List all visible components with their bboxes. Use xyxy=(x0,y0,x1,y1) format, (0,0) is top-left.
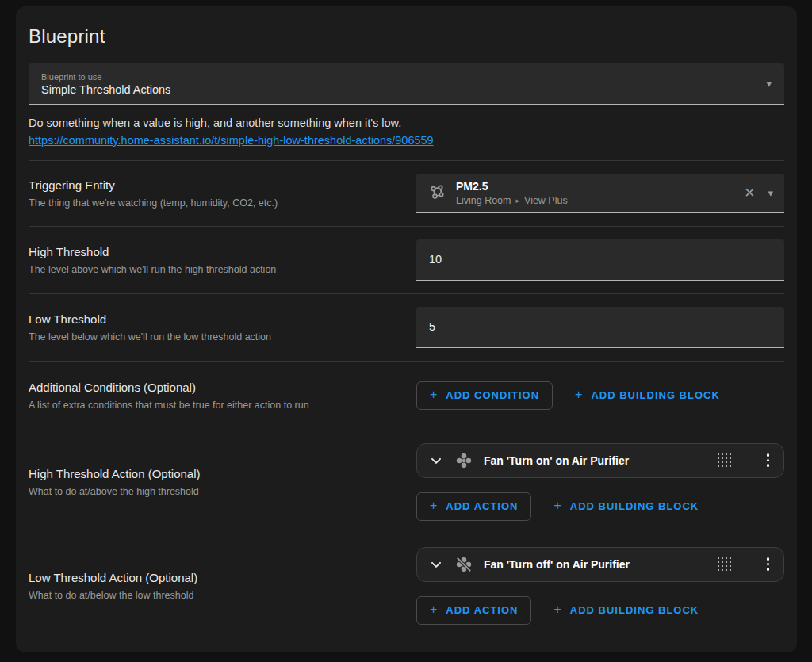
high-action-title: High Threshold Action (Optional) xyxy=(29,467,397,480)
blueprint-select-label: Blueprint to use xyxy=(41,72,766,82)
triggering-entity-title: Triggering Entity xyxy=(29,178,397,192)
drag-handle-icon[interactable] xyxy=(718,453,732,468)
low-action-label: Fan 'Turn off' on Air Purifier xyxy=(484,558,707,571)
high-action-subtitle: What to do at/above the high threshold xyxy=(29,486,397,497)
high-threshold-title: High Threshold xyxy=(29,245,397,258)
triggering-entity-subtitle: The thing that we're watching (temp, hum… xyxy=(29,197,397,209)
row-high-threshold: High Threshold The level above which we'… xyxy=(29,226,784,293)
entity-picker[interactable]: PM2.5 Living Room ▸ View Plus ✕ ▾ xyxy=(416,174,784,213)
plus-icon: + xyxy=(430,603,438,617)
low-threshold-subtitle: The level below which we'll run the low … xyxy=(29,331,397,342)
row-low-action: Low Threshold Action (Optional) What to … xyxy=(29,534,784,646)
description-text: Do something when a value is high, and a… xyxy=(29,115,784,132)
blueprint-description: Do something when a value is high, and a… xyxy=(29,115,784,150)
entity-device: View Plus xyxy=(524,195,568,206)
high-action-card[interactable]: Fan 'Turn on' on Air Purifier xyxy=(416,443,784,478)
entity-breadcrumb: Living Room ▸ View Plus xyxy=(456,195,731,206)
page-title: Blueprint xyxy=(29,6,784,48)
low-action-subtitle: What to do at/below the low threshold xyxy=(29,590,397,601)
chevron-down-icon[interactable]: ▾ xyxy=(766,78,772,89)
high-action-label: Fan 'Turn on' on Air Purifier xyxy=(484,454,707,467)
chevron-down-icon[interactable]: ▾ xyxy=(768,188,773,198)
blueprint-link[interactable]: https://community.home-assistant.io/t/si… xyxy=(29,134,434,147)
add-building-block-button[interactable]: + ADD BUILDING BLOCK xyxy=(541,596,711,625)
low-threshold-input[interactable] xyxy=(416,307,784,348)
add-action-button[interactable]: + ADD ACTION xyxy=(416,596,531,625)
blueprint-select-value: Simple Threshold Actions xyxy=(41,83,766,96)
high-threshold-subtitle: The level above which we'll run the high… xyxy=(29,264,397,275)
entity-name: PM2.5 xyxy=(456,180,731,193)
fan-off-icon xyxy=(455,556,473,573)
drag-handle-icon[interactable] xyxy=(718,557,732,572)
plus-icon: + xyxy=(553,499,561,513)
add-building-block-button[interactable]: + ADD BUILDING BLOCK xyxy=(541,492,711,521)
more-vert-icon[interactable] xyxy=(764,452,773,469)
add-condition-button[interactable]: + ADD CONDITION xyxy=(416,381,553,410)
high-threshold-input[interactable] xyxy=(416,239,784,281)
blueprint-card: Blueprint Blueprint to use Simple Thresh… xyxy=(16,6,797,652)
plus-icon: + xyxy=(430,499,438,513)
add-action-button[interactable]: + ADD ACTION xyxy=(416,492,531,521)
breadcrumb-separator-icon: ▸ xyxy=(515,197,519,205)
clear-icon[interactable]: ✕ xyxy=(741,186,758,200)
low-threshold-title: Low Threshold xyxy=(29,312,397,326)
low-action-card[interactable]: Fan 'Turn off' on Air Purifier xyxy=(416,547,784,582)
row-low-threshold: Low Threshold The level below which we'l… xyxy=(29,293,784,361)
row-additional-conditions: Additional Conditions (Optional) A list … xyxy=(29,361,784,430)
entity-area: Living Room xyxy=(456,195,511,206)
blueprint-select-texts: Blueprint to use Simple Threshold Action… xyxy=(41,72,766,96)
chevron-down-icon[interactable] xyxy=(428,453,444,469)
additional-conditions-title: Additional Conditions (Optional) xyxy=(29,381,397,394)
plus-icon: + xyxy=(430,388,438,402)
plus-icon: + xyxy=(553,603,561,617)
settings-rows: Triggering Entity The thing that we're w… xyxy=(29,160,784,646)
plus-icon: + xyxy=(575,388,583,402)
additional-conditions-subtitle: A list of extra conditions that must be … xyxy=(29,400,397,411)
fan-icon xyxy=(455,452,473,469)
row-high-action: High Threshold Action (Optional) What to… xyxy=(29,430,784,534)
add-building-block-button[interactable]: + ADD BUILDING BLOCK xyxy=(562,381,733,410)
molecule-icon xyxy=(427,183,446,202)
blueprint-select[interactable]: Blueprint to use Simple Threshold Action… xyxy=(29,63,784,105)
more-vert-icon[interactable] xyxy=(764,556,773,572)
low-action-title: Low Threshold Action (Optional) xyxy=(29,571,397,584)
row-triggering-entity: Triggering Entity The thing that we're w… xyxy=(29,160,784,226)
chevron-down-icon[interactable] xyxy=(428,557,444,572)
